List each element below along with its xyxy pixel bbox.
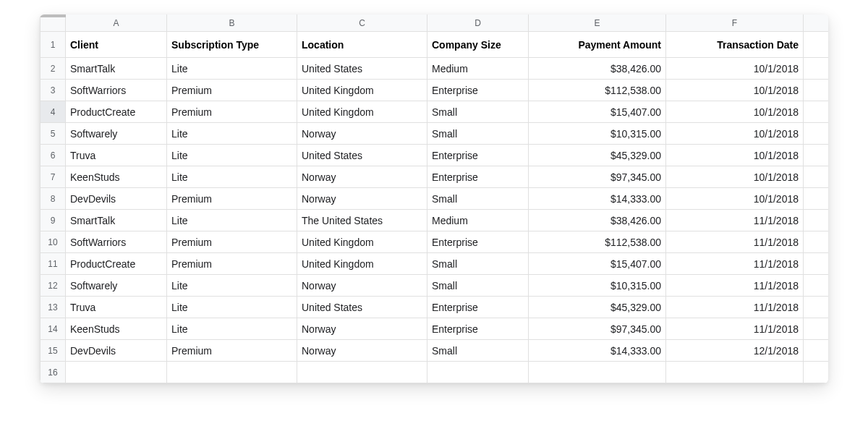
cell-blank[interactable] (804, 318, 828, 340)
cell-location[interactable]: Norway (297, 166, 427, 188)
cell-location[interactable]: United States (297, 297, 427, 318)
cell-blank[interactable] (804, 166, 828, 188)
cell-company-size[interactable]: Medium (427, 58, 529, 80)
header-location[interactable]: Location (297, 32, 427, 58)
cell-client[interactable]: Softwarely (66, 123, 167, 145)
cell-payment[interactable]: $97,345.00 (529, 318, 666, 340)
row-number-5[interactable]: 5 (40, 123, 66, 145)
column-header-A[interactable]: A (66, 14, 167, 32)
cell-company-size[interactable]: Enterprise (427, 166, 529, 188)
header-client[interactable]: Client (66, 32, 167, 58)
cell-blank[interactable] (804, 145, 828, 166)
cell-blank[interactable] (804, 32, 828, 58)
cell-empty[interactable] (529, 362, 666, 383)
column-header-C[interactable]: C (297, 14, 427, 32)
cell-location[interactable]: United Kingdom (297, 231, 427, 253)
cell-location[interactable]: Norway (297, 340, 427, 362)
cell-location[interactable]: United Kingdom (297, 80, 427, 101)
row-number-9[interactable]: 9 (40, 210, 66, 231)
cell-empty[interactable] (666, 362, 804, 383)
row-number-6[interactable]: 6 (40, 145, 66, 166)
cell-company-size[interactable]: Small (427, 101, 529, 123)
cell-blank[interactable] (804, 297, 828, 318)
row-number-8[interactable]: 8 (40, 188, 66, 210)
row-number-11[interactable]: 11 (40, 253, 66, 275)
cell-client[interactable]: KeenStuds (66, 318, 167, 340)
cell-subscription[interactable]: Premium (167, 188, 297, 210)
cell-payment[interactable]: $15,407.00 (529, 101, 666, 123)
row-number-7[interactable]: 7 (40, 166, 66, 188)
cell-blank[interactable] (804, 210, 828, 231)
cell-client[interactable]: DevDevils (66, 340, 167, 362)
cell-transaction-date[interactable]: 10/1/2018 (666, 58, 804, 80)
cell-location[interactable]: Norway (297, 318, 427, 340)
header-payment[interactable]: Payment Amount (529, 32, 666, 58)
cell-subscription[interactable]: Premium (167, 253, 297, 275)
cell-payment[interactable]: $97,345.00 (529, 166, 666, 188)
cell-location[interactable]: Norway (297, 188, 427, 210)
cell-empty[interactable] (167, 362, 297, 383)
cell-location[interactable]: Norway (297, 275, 427, 297)
cell-subscription[interactable]: Premium (167, 340, 297, 362)
cell-location[interactable]: The United States (297, 210, 427, 231)
cell-location[interactable]: Norway (297, 123, 427, 145)
cell-transaction-date[interactable]: 11/1/2018 (666, 253, 804, 275)
cell-blank[interactable] (804, 188, 828, 210)
cell-payment[interactable]: $112,538.00 (529, 80, 666, 101)
cell-payment[interactable]: $112,538.00 (529, 231, 666, 253)
cell-subscription[interactable]: Premium (167, 231, 297, 253)
cell-transaction-date[interactable]: 10/1/2018 (666, 145, 804, 166)
cell-blank[interactable] (804, 80, 828, 101)
row-number-4[interactable]: 4 (40, 101, 66, 123)
cell-client[interactable]: Truva (66, 145, 167, 166)
cell-transaction-date[interactable]: 11/1/2018 (666, 231, 804, 253)
cell-payment[interactable]: $10,315.00 (529, 275, 666, 297)
cell-payment[interactable]: $14,333.00 (529, 188, 666, 210)
cell-subscription[interactable]: Lite (167, 297, 297, 318)
cell-client[interactable]: Softwarely (66, 275, 167, 297)
cell-payment[interactable]: $15,407.00 (529, 253, 666, 275)
column-header-F[interactable]: F (666, 14, 804, 32)
row-number-1[interactable]: 1 (40, 32, 66, 58)
cell-blank[interactable] (804, 123, 828, 145)
cell-blank[interactable] (804, 340, 828, 362)
row-number-2[interactable]: 2 (40, 58, 66, 80)
cell-location[interactable]: United States (297, 145, 427, 166)
cell-transaction-date[interactable]: 11/1/2018 (666, 318, 804, 340)
cell-subscription[interactable]: Lite (167, 210, 297, 231)
cell-blank[interactable] (804, 58, 828, 80)
row-number-13[interactable]: 13 (40, 297, 66, 318)
cell-subscription[interactable]: Premium (167, 80, 297, 101)
cell-subscription[interactable]: Lite (167, 318, 297, 340)
cell-blank[interactable] (804, 231, 828, 253)
cell-subscription[interactable]: Premium (167, 101, 297, 123)
cell-payment[interactable]: $38,426.00 (529, 58, 666, 80)
header-transaction-date[interactable]: Transaction Date (666, 32, 804, 58)
cell-location[interactable]: United States (297, 58, 427, 80)
row-number-16[interactable]: 16 (40, 362, 66, 383)
cell-subscription[interactable]: Lite (167, 123, 297, 145)
cell-company-size[interactable]: Enterprise (427, 145, 529, 166)
cell-client[interactable]: ProductCreate (66, 253, 167, 275)
cell-transaction-date[interactable]: 10/1/2018 (666, 80, 804, 101)
cell-transaction-date[interactable]: 11/1/2018 (666, 297, 804, 318)
cell-subscription[interactable]: Lite (167, 58, 297, 80)
cell-payment[interactable]: $10,315.00 (529, 123, 666, 145)
cell-location[interactable]: United Kingdom (297, 101, 427, 123)
cell-company-size[interactable]: Small (427, 123, 529, 145)
cell-blank[interactable] (804, 253, 828, 275)
cell-client[interactable]: SmartTalk (66, 58, 167, 80)
cell-blank[interactable] (804, 101, 828, 123)
cell-location[interactable]: United Kingdom (297, 253, 427, 275)
cell-blank[interactable] (804, 275, 828, 297)
cell-transaction-date[interactable]: 10/1/2018 (666, 188, 804, 210)
cell-company-size[interactable]: Enterprise (427, 318, 529, 340)
cell-subscription[interactable]: Lite (167, 166, 297, 188)
row-resize-handle[interactable] (40, 14, 66, 17)
column-header-B[interactable]: B (167, 14, 297, 32)
cell-company-size[interactable]: Small (427, 253, 529, 275)
cell-payment[interactable]: $45,329.00 (529, 297, 666, 318)
cell-company-size[interactable]: Small (427, 188, 529, 210)
cell-transaction-date[interactable]: 12/1/2018 (666, 340, 804, 362)
cell-client[interactable]: Truva (66, 297, 167, 318)
